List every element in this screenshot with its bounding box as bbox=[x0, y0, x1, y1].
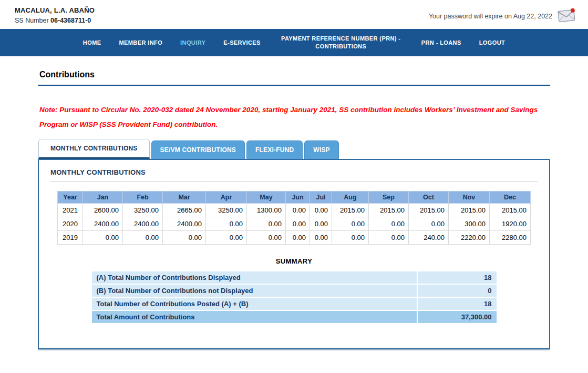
tab-se-vm-contributions[interactable]: SE/VM CONTRIBUTIONS bbox=[151, 140, 245, 159]
summary-table: (A) Total Number of Contributions Displa… bbox=[92, 270, 497, 324]
column-header-jun: Jun bbox=[286, 191, 310, 204]
tab-bar: MONTHLY CONTRIBUTIONSSE/VM CONTRIBUTIONS… bbox=[38, 139, 550, 159]
contribution-cell: 2400.00 bbox=[163, 217, 206, 231]
summary-row-a-total-number-of-contributions-displaye: (A) Total Number of Contributions Displa… bbox=[92, 271, 497, 284]
summary-value: 37,300.00 bbox=[417, 311, 497, 323]
contribution-cell: 0.00 bbox=[286, 217, 310, 231]
contribution-row-2019: 20190.000.000.000.000.000.000.000.000.00… bbox=[58, 231, 531, 245]
column-header-jul: Jul bbox=[310, 191, 332, 204]
ss-number-value: 06-4368711-0 bbox=[50, 17, 91, 24]
column-header-oct: Oct bbox=[409, 191, 449, 204]
contribution-row-2020: 20202400.002400.002400.000.000.000.000.0… bbox=[58, 217, 531, 231]
contribution-cell: 0.00 bbox=[247, 217, 286, 231]
nav-item-payment-reference-number-prn-contributions[interactable]: PAYMENT REFERENCE NUMBER (PRN) - CONTRIB… bbox=[278, 35, 404, 51]
summary-row-total-number-of-contributions-posted-a-b: Total Number of Contributions Posted (A)… bbox=[92, 298, 497, 310]
top-header: MACALUA, L.A. ABAÑO SS Number 06-4368711… bbox=[0, 0, 588, 29]
summary-value: 18 bbox=[417, 271, 497, 284]
contribution-cell: 240.00 bbox=[409, 231, 449, 245]
contribution-cell: 2015.00 bbox=[369, 204, 409, 217]
nav-item-inquiry[interactable]: INQUIRY bbox=[180, 39, 205, 47]
summary-row-total-amount-of-contributions: Total Amount of Contributions37,300.00 bbox=[92, 311, 497, 323]
column-header-apr: Apr bbox=[206, 191, 247, 204]
tab-monthly-contributions[interactable]: MONTHLY CONTRIBUTIONS bbox=[38, 139, 150, 159]
summary-row-b-total-number-of-contributions-not-disp: (B) Total Number of Contributions not Di… bbox=[92, 285, 497, 297]
column-header-jan: Jan bbox=[83, 191, 123, 204]
summary-label: (B) Total Number of Contributions not Di… bbox=[92, 285, 417, 297]
contribution-cell: 0.00 bbox=[123, 231, 163, 245]
contribution-cell: 2015.00 bbox=[409, 204, 449, 217]
contribution-cell: 2280.00 bbox=[490, 231, 531, 245]
contribution-cell: 2015.00 bbox=[449, 204, 490, 217]
column-header-mar: Mar bbox=[163, 191, 206, 204]
mail-icon[interactable] bbox=[557, 7, 577, 25]
nav-item-prn-loans[interactable]: PRN - LOANS bbox=[421, 39, 461, 47]
tab-wisp[interactable]: WISP bbox=[304, 140, 338, 159]
contribution-cell: 2400.00 bbox=[123, 217, 163, 231]
contribution-cell: 0.00 bbox=[83, 231, 123, 245]
nav-item-logout[interactable]: LOGOUT bbox=[479, 39, 505, 47]
member-info-block: MACALUA, L.A. ABAÑO SS Number 06-4368711… bbox=[15, 6, 95, 24]
main-nav: HOMEMEMBER INFOINQUIRYE-SERVICESPAYMENT … bbox=[0, 29, 588, 56]
year-cell: 2020 bbox=[58, 217, 83, 231]
contribution-cell: 2220.00 bbox=[449, 231, 490, 245]
nav-item-e-services[interactable]: E-SERVICES bbox=[223, 39, 260, 47]
contribution-cell: 0.00 bbox=[163, 231, 206, 245]
contribution-cell: 2400.00 bbox=[83, 217, 123, 231]
contribution-cell: 2600.00 bbox=[83, 204, 123, 217]
title-divider bbox=[38, 85, 550, 86]
column-header-nov: Nov bbox=[449, 191, 490, 204]
monthly-contributions-panel: MONTHLY CONTRIBUTIONS YearJanFebMarAprMa… bbox=[38, 159, 550, 349]
contribution-cell: 0.00 bbox=[332, 217, 369, 231]
ss-number-line: SS Number 06-4368711-0 bbox=[15, 17, 95, 24]
contribution-cell: 0.00 bbox=[409, 217, 449, 231]
monthly-contributions-table: YearJanFebMarAprMayJunJulAugSepOctNovDec… bbox=[57, 191, 531, 245]
summary-label: Total Number of Contributions Posted (A)… bbox=[92, 298, 417, 310]
summary-value: 0 bbox=[417, 285, 497, 297]
column-header-aug: Aug bbox=[332, 191, 369, 204]
contribution-cell: 0.00 bbox=[286, 204, 310, 217]
contribution-cell: 0.00 bbox=[247, 231, 286, 245]
content-area: Contributions Note: Pursuant to Circular… bbox=[0, 70, 588, 349]
circular-note: Note: Pursuant to Circular No. 2020-032 … bbox=[39, 103, 550, 132]
year-cell: 2019 bbox=[58, 231, 83, 245]
contribution-cell: 0.00 bbox=[332, 231, 369, 245]
contribution-cell: 1920.00 bbox=[490, 217, 531, 231]
contribution-cell: 1300.00 bbox=[247, 204, 286, 217]
column-header-year: Year bbox=[58, 191, 83, 204]
column-header-dec: Dec bbox=[490, 191, 531, 204]
column-header-feb: Feb bbox=[123, 191, 163, 204]
contribution-cell: 0.00 bbox=[369, 217, 409, 231]
page-title: Contributions bbox=[39, 70, 550, 79]
contribution-cell: 2015.00 bbox=[490, 204, 531, 217]
contribution-cell: 300.00 bbox=[449, 217, 490, 231]
summary-value: 18 bbox=[417, 298, 497, 310]
column-header-may: May bbox=[247, 191, 286, 204]
contribution-row-2021: 20212600.003250.002665.003250.001300.000… bbox=[58, 204, 531, 217]
contribution-cell: 0.00 bbox=[369, 231, 409, 245]
password-notice-area: Your password will expire on Aug 22, 202… bbox=[429, 8, 576, 24]
contribution-cell: 0.00 bbox=[310, 231, 332, 245]
contribution-cell: 0.00 bbox=[310, 204, 332, 217]
contribution-cell: 0.00 bbox=[206, 217, 247, 231]
contribution-cell: 3250.00 bbox=[123, 204, 163, 217]
contribution-cell: 0.00 bbox=[286, 231, 310, 245]
nav-item-home[interactable]: HOME bbox=[83, 39, 101, 47]
panel-heading: MONTHLY CONTRIBUTIONS bbox=[50, 168, 538, 182]
contribution-cell: 2015.00 bbox=[332, 204, 369, 217]
ss-number-label: SS Number bbox=[15, 17, 49, 24]
column-header-sep: Sep bbox=[369, 191, 409, 204]
summary-label: Total Amount of Contributions bbox=[92, 311, 417, 323]
tab-flexi-fund[interactable]: FLEXI-FUND bbox=[246, 140, 303, 159]
contribution-cell: 2665.00 bbox=[163, 204, 206, 217]
summary-label: (A) Total Number of Contributions Displa… bbox=[92, 271, 417, 284]
year-cell: 2021 bbox=[58, 204, 83, 217]
password-expiry-notice: Your password will expire on Aug 22, 202… bbox=[429, 13, 552, 20]
contribution-cell: 0.00 bbox=[206, 231, 247, 245]
summary-title: SUMMARY bbox=[50, 257, 538, 265]
nav-item-member-info[interactable]: MEMBER INFO bbox=[119, 39, 162, 47]
contribution-cell: 0.00 bbox=[310, 217, 332, 231]
member-name: MACALUA, L.A. ABAÑO bbox=[15, 6, 95, 14]
contribution-cell: 3250.00 bbox=[206, 204, 247, 217]
